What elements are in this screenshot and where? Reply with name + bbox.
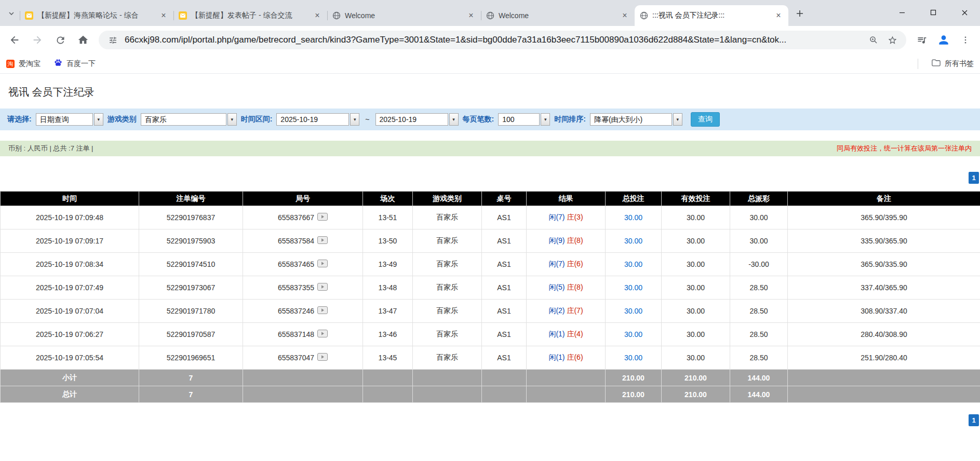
game-type-select[interactable]: 百家乐 ▾ [141,113,237,126]
total-bet-link[interactable]: 30.00 [624,283,642,292]
chevron-down-icon[interactable]: ▾ [227,113,237,126]
all-bookmarks-button[interactable]: 所有书签 [932,59,974,69]
empty-cell [527,370,606,386]
cell-payout: 28.50 [730,323,788,346]
forward-button[interactable] [27,30,48,50]
tab-close-icon[interactable]: × [774,11,783,20]
tab-bet-records-active[interactable]: :::视讯 会员下注纪录::: × [635,5,788,26]
tab-welcome-1[interactable]: Welcome × [327,5,481,26]
video-replay-icon[interactable] [317,330,328,339]
cell-table-no: AS1 [482,229,527,253]
tab-title: 【新提醒】发表帖子 - 综合交流 [191,11,308,20]
new-tab-button[interactable] [793,6,807,21]
video-replay-icon[interactable] [317,353,328,362]
page-1-button[interactable]: 1 [969,172,979,184]
menu-icon[interactable] [955,30,976,50]
column-header: 有效投注 [662,192,730,206]
chevron-down-icon[interactable]: ▾ [94,113,103,126]
url-text[interactable]: 66cxkj98.com/ipl/portal.php/game/betreco… [125,35,862,45]
cell-total-bet: 30.00 [606,253,662,276]
sort-value: 降幂(由大到小) [590,113,672,126]
address-bar[interactable]: 66cxkj98.com/ipl/portal.php/game/betreco… [99,31,906,49]
search-button[interactable]: 查询 [691,112,720,127]
globe-icon [640,11,648,20]
cell-valid-bet: 30.00 [662,253,730,276]
tab-close-icon[interactable]: × [159,11,168,20]
profile-avatar[interactable] [934,31,953,49]
page-size-select[interactable]: 100 ▾ [498,113,550,126]
video-replay-icon[interactable] [317,260,328,269]
maximize-button[interactable] [918,0,949,25]
result-player: 闲(7) [548,260,565,268]
total-bet-link[interactable]: 30.00 [624,213,642,222]
bet-row: 2025-10-19 07:09:17 522901975903 6558375… [1,229,980,253]
video-replay-icon[interactable] [317,236,328,246]
mail-icon [25,11,33,20]
tab-close-icon[interactable]: × [466,11,476,20]
zoom-icon[interactable] [867,33,880,47]
cell-total-bet: 30.00 [606,229,662,253]
column-header: 游戏类别 [413,192,482,206]
cell-table-no: AS1 [482,300,527,323]
cell-game-type: 百家乐 [413,300,482,323]
chevron-down-icon[interactable]: ▾ [541,113,550,126]
media-controls-icon[interactable] [911,30,932,50]
refresh-button[interactable] [50,30,71,50]
round-number: 655837584 [278,237,314,245]
close-window-button[interactable] [949,0,980,25]
video-replay-icon[interactable] [317,213,328,222]
tab-forum-1[interactable]: 【新提醒】海燕策略论坛 - 综合 × [20,5,173,26]
cell-result: 闲(7) 庄(3) [527,206,606,229]
refresh-icon [55,35,66,46]
cell-table-no: AS1 [482,253,527,276]
site-settings-icon[interactable] [106,33,119,47]
total-bet-link[interactable]: 30.00 [624,237,642,245]
column-header: 时间 [1,192,139,206]
browser-window: 【新提醒】海燕策略论坛 - 综合 × 【新提醒】发表帖子 - 综合交流 × We… [0,0,980,461]
video-replay-icon[interactable] [317,283,328,292]
bet-row: 2025-10-19 07:09:48 522901976837 6558376… [1,206,980,229]
cell-session: 13-50 [363,229,413,253]
cell-note: 335.90/365.90 [788,229,980,253]
sort-select[interactable]: 降幂(由大到小) ▾ [590,113,682,126]
page-content: 视讯 会员下注纪录 请选择: 日期查询 ▾ 游戏类别 百家乐 ▾ 时间区间: 2… [0,85,980,426]
cell-time: 2025-10-19 07:07:04 [1,300,139,323]
cell-time: 2025-10-19 07:07:49 [1,276,139,300]
home-icon [77,34,89,46]
tab-search-button[interactable] [4,6,19,21]
date-from-select[interactable]: 2025-10-19 ▾ [276,113,359,126]
cell-table-no: AS1 [482,323,527,346]
result-banker: 庄(7) [567,306,583,315]
chevron-down-icon[interactable]: ▾ [350,113,359,126]
tab-close-icon[interactable]: × [313,11,322,20]
bet-row: 2025-10-19 07:07:04 522901971780 6558372… [1,300,980,323]
bookmark-star-icon[interactable] [885,33,899,47]
empty-cell [788,386,980,403]
chevron-down-icon[interactable]: ▾ [673,113,682,126]
home-button[interactable] [73,30,93,50]
total-bet-link[interactable]: 30.00 [624,354,642,362]
tab-close-icon[interactable]: × [620,11,629,20]
back-button[interactable] [4,30,25,50]
cell-time: 2025-10-19 07:06:27 [1,323,139,346]
total-bet-link[interactable]: 30.00 [624,307,642,315]
round-number: 655837246 [278,307,314,315]
date-from-value: 2025-10-19 [276,113,349,126]
total-bet-link[interactable]: 30.00 [624,330,642,338]
bookmark-baidu[interactable]: 百度一下 [54,59,96,69]
cell-round: 655837246 [243,300,363,323]
query-type-select[interactable]: 日期查询 ▾ [36,113,103,126]
arrow-left-icon [9,34,20,46]
minimize-button[interactable] [887,0,918,25]
tab-forum-2[interactable]: 【新提醒】发表帖子 - 综合交流 × [173,5,327,26]
bookmark-aitaobao[interactable]: 淘 爱淘宝 [6,59,41,69]
chevron-down-icon[interactable]: ▾ [449,113,459,126]
cell-session: 13-47 [363,300,413,323]
tab-welcome-2[interactable]: Welcome × [481,5,635,26]
video-replay-icon[interactable] [317,306,328,316]
cell-table-no: AS1 [482,206,527,229]
page-1-button[interactable]: 1 [969,414,979,426]
total-bet-link[interactable]: 30.00 [624,260,642,268]
date-to-select[interactable]: 2025-10-19 ▾ [375,113,459,126]
cell-result: 闲(1) 庄(4) [527,323,606,346]
